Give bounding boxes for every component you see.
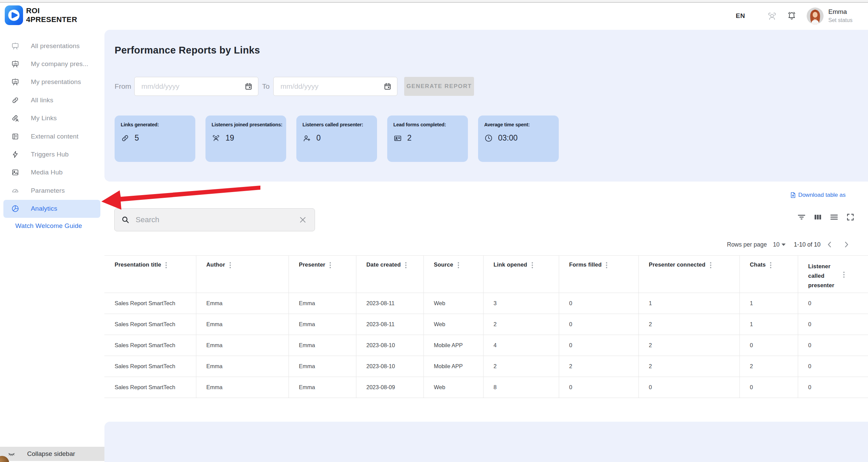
- sidebar-item-my-company-presentations[interactable]: My company pres...: [3, 55, 100, 73]
- table-cell[interactable]: Web: [423, 377, 483, 398]
- sidebar-item-parameters[interactable]: Parameters: [3, 182, 100, 200]
- table-cell[interactable]: 0: [798, 314, 868, 335]
- calendar-icon[interactable]: [244, 82, 253, 90]
- column-header-link-opened[interactable]: Link opened: [483, 256, 559, 293]
- column-header-presenter-connected[interactable]: Presenter connected: [638, 256, 739, 293]
- table-cell[interactable]: Emma: [289, 335, 356, 356]
- sidebar-item-all-presentations[interactable]: All presentations: [3, 37, 100, 55]
- column-menu-icon[interactable]: [405, 262, 407, 268]
- column-header-presenter[interactable]: Presenter: [289, 256, 356, 293]
- column-menu-icon[interactable]: [843, 272, 845, 278]
- table-cell[interactable]: Emma: [289, 356, 356, 377]
- generate-report-button[interactable]: GENERATE REPORT: [404, 77, 474, 96]
- table-cell[interactable]: 0: [739, 335, 798, 356]
- table-cell[interactable]: 0: [798, 356, 868, 377]
- table-cell[interactable]: Sales Report SmartTech: [104, 293, 196, 314]
- table-cell[interactable]: Emma: [196, 335, 289, 356]
- column-menu-icon[interactable]: [230, 262, 231, 268]
- table-cell[interactable]: Emma: [196, 356, 289, 377]
- sidebar-item-triggers-hub[interactable]: Triggers Hub: [3, 145, 100, 163]
- columns-icon[interactable]: [813, 213, 822, 222]
- table-cell[interactable]: 2023-08-11: [356, 314, 423, 335]
- column-header-listener-called-presenter[interactable]: Listener called presenter: [798, 256, 868, 293]
- column-menu-icon[interactable]: [458, 262, 459, 268]
- fullscreen-icon[interactable]: [846, 213, 855, 222]
- table-cell[interactable]: 1: [739, 314, 798, 335]
- table-cell[interactable]: 2023-08-10: [356, 335, 423, 356]
- to-date-input[interactable]: [280, 82, 383, 90]
- table-cell[interactable]: 0: [559, 377, 638, 398]
- column-menu-icon[interactable]: [606, 262, 607, 268]
- language-selector[interactable]: EN: [736, 12, 745, 20]
- table-cell[interactable]: Emma: [289, 377, 356, 398]
- column-header-author[interactable]: Author: [196, 256, 289, 293]
- table-cell[interactable]: 0: [798, 377, 868, 398]
- table-cell[interactable]: 2: [739, 356, 798, 377]
- sidebar-item-all-links[interactable]: All links: [3, 91, 100, 109]
- table-cell[interactable]: 2023-08-09: [356, 377, 423, 398]
- table-cell[interactable]: Web: [423, 314, 483, 335]
- column-menu-icon[interactable]: [770, 262, 771, 268]
- table-cell[interactable]: 0: [638, 377, 739, 398]
- set-status-link[interactable]: Set status: [828, 17, 852, 23]
- download-table-link[interactable]: Download table as: [790, 192, 846, 198]
- next-page-icon[interactable]: [842, 240, 851, 249]
- table-cell[interactable]: 0: [798, 293, 868, 314]
- table-cell[interactable]: Mobile APP: [423, 335, 483, 356]
- table-cell[interactable]: Sales Report SmartTech: [104, 335, 196, 356]
- table-cell[interactable]: 8: [483, 377, 559, 398]
- previous-page-icon[interactable]: [825, 240, 834, 249]
- to-date-field[interactable]: [273, 77, 397, 96]
- filter-icon[interactable]: [797, 213, 806, 222]
- user-name[interactable]: Emma: [828, 8, 847, 16]
- table-cell[interactable]: Sales Report SmartTech: [104, 356, 196, 377]
- search-input[interactable]: [136, 215, 299, 224]
- table-cell[interactable]: 2: [483, 314, 559, 335]
- column-menu-icon[interactable]: [532, 262, 533, 268]
- table-cell[interactable]: 2: [638, 314, 739, 335]
- table-cell[interactable]: Sales Report SmartTech: [104, 377, 196, 398]
- table-cell[interactable]: Emma: [196, 377, 289, 398]
- table-cell[interactable]: Sales Report SmartTech: [104, 314, 196, 335]
- community-icon[interactable]: [767, 11, 777, 22]
- sidebar-item-analytics[interactable]: Analytics: [3, 200, 100, 218]
- density-icon[interactable]: [830, 213, 839, 222]
- table-cell[interactable]: 1: [638, 293, 739, 314]
- table-cell[interactable]: 0: [739, 377, 798, 398]
- sidebar-item-my-presentations[interactable]: My presentations: [3, 73, 100, 91]
- column-menu-icon[interactable]: [710, 262, 711, 268]
- column-header-source[interactable]: Source: [423, 256, 483, 293]
- table-cell[interactable]: 4: [483, 335, 559, 356]
- table-cell[interactable]: 2: [483, 356, 559, 377]
- table-cell[interactable]: Emma: [289, 314, 356, 335]
- app-logo[interactable]: ROI 4PRESENTER: [5, 5, 77, 25]
- column-header-date-created[interactable]: Date created: [356, 256, 423, 293]
- sidebar-item-media-hub[interactable]: Media Hub: [3, 164, 100, 182]
- watch-welcome-guide-link[interactable]: Watch Welcome Guide: [15, 222, 82, 230]
- column-menu-icon[interactable]: [330, 262, 331, 268]
- notifications-bell-icon[interactable]: [786, 10, 797, 21]
- sidebar-item-external-content[interactable]: External content: [3, 127, 100, 145]
- table-cell[interactable]: 2023-08-11: [356, 293, 423, 314]
- user-avatar[interactable]: [807, 7, 824, 24]
- table-cell[interactable]: Emma: [196, 293, 289, 314]
- table-cell[interactable]: 2: [638, 335, 739, 356]
- table-cell[interactable]: 3: [483, 293, 559, 314]
- table-cell[interactable]: 0: [798, 335, 868, 356]
- table-cell[interactable]: 0: [559, 335, 638, 356]
- table-cell[interactable]: 1: [739, 293, 798, 314]
- column-header-presentation-title[interactable]: Presentation title: [104, 256, 196, 293]
- column-header-forms-filled[interactable]: Forms filled: [559, 256, 638, 293]
- from-date-input[interactable]: [141, 82, 244, 90]
- table-cell[interactable]: Emma: [196, 314, 289, 335]
- column-header-chats[interactable]: Chats: [739, 256, 798, 293]
- sidebar-item-my-links[interactable]: My Links: [3, 109, 100, 127]
- rows-per-page-caret-icon[interactable]: [782, 244, 786, 246]
- table-cell[interactable]: 2: [559, 356, 638, 377]
- clear-search-icon[interactable]: [299, 216, 307, 224]
- column-menu-icon[interactable]: [165, 262, 167, 268]
- table-cell[interactable]: Emma: [289, 293, 356, 314]
- table-cell[interactable]: 0: [559, 314, 638, 335]
- table-cell[interactable]: 2023-08-10: [356, 356, 423, 377]
- collapse-sidebar-button[interactable]: Collapse sidebar: [0, 447, 104, 461]
